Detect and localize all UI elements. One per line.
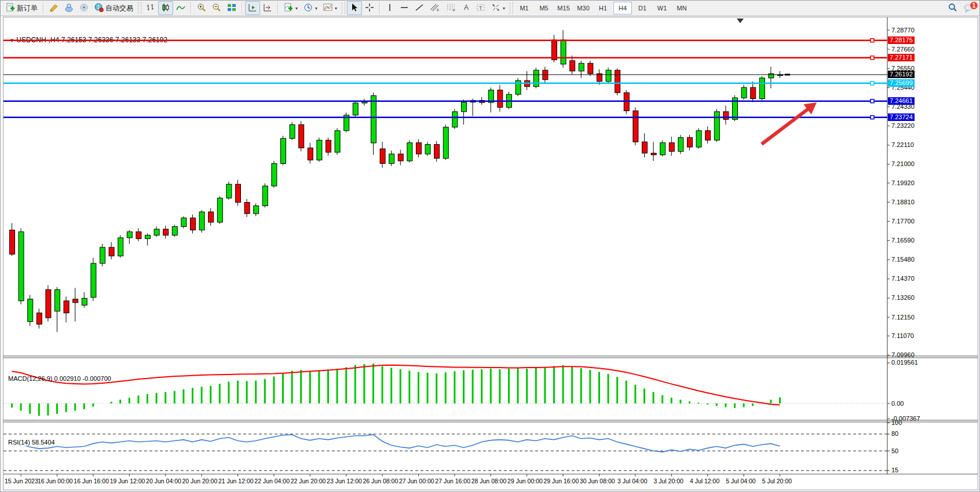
fibonacci-button[interactable]: F [443,1,459,15]
chart-window[interactable]: ▼ USDCNH-,H4 7.26153 7.26336 7.26133 7.2… [3,17,978,490]
template-icon [323,3,332,14]
notifications-button[interactable]: 1 [961,1,977,15]
candle-up [533,70,539,86]
chart-title: ▼ USDCNH-,H4 7.26153 7.26336 7.26133 7.2… [9,36,167,44]
fibonacci-icon: F [446,3,456,14]
search-button[interactable] [945,1,961,15]
price-level-badge: 7.27171 [888,54,915,61]
timeframe-m5[interactable]: M5 [535,2,553,14]
timeframe-m1[interactable]: M1 [515,2,533,14]
rsi-line [12,435,780,452]
timeframe-h1[interactable]: H1 [594,2,612,14]
arrows-caret: ▾ [503,6,505,11]
candle-down [209,212,214,222]
candle-up [172,226,177,235]
arrows-button[interactable]: ▾ [488,1,508,15]
styler-button[interactable] [46,1,61,15]
candle-up [678,138,683,152]
candle-up [100,247,105,263]
vertical-line-button[interactable] [383,1,397,15]
chart-canvas[interactable] [3,17,978,490]
candle-down [380,149,385,163]
candle-down [244,203,250,214]
collapse-triangle-icon[interactable]: ▼ [9,38,14,43]
trend-arrow-head [803,102,817,115]
tile-windows-button[interactable] [224,1,239,15]
timeframe-m15[interactable]: M15 [554,2,573,14]
candle-down [669,143,674,152]
candle-down [36,313,42,324]
candle-down [642,142,648,153]
timeframe-mn[interactable]: MN [672,2,691,14]
channel-button[interactable]: E [427,1,443,15]
price-tick-label: 7.21000 [891,160,915,167]
timeframe-group: M1M5M15M30H1H4D1W1MN [515,2,691,14]
auto-scroll-button[interactable] [245,1,260,15]
text-button[interactable]: A [459,1,473,15]
candle-down [498,90,503,108]
candlestick-chart-button[interactable] [158,1,173,15]
indicators-caret: ▾ [295,6,298,11]
horizontal-line-icon [400,3,409,14]
price-tick-label: 7.17700 [891,218,915,225]
rsi-axis-label: 15 [891,467,898,473]
line-chart-button[interactable] [173,1,188,15]
profile-button[interactable] [61,1,76,15]
new-order-button[interactable]: 新订单 [3,1,41,15]
indicators-icon [284,3,293,14]
timeframe-m30[interactable]: M30 [574,2,593,14]
main-toolbar: 新订单 自动交易 ▾ ▾ ▾ E F A T ▾ [1,1,980,16]
price-tick-label: 7.14370 [891,275,915,282]
macd-axis-label: 0.019561 [891,359,918,366]
price-tick-label: 7.28770 [891,27,915,34]
periods-button[interactable]: ▾ [301,1,320,15]
line-handle [871,82,874,85]
templates-button[interactable]: ▾ [320,1,340,15]
trendline-button[interactable] [412,1,427,15]
cursor-button[interactable] [347,1,362,15]
chart-shift-icon [263,3,272,14]
macd-indicator-label: MACD(12,26,9) 0.002910 -0.000700 [8,375,111,382]
price-tick-label: 7.16590 [891,237,915,244]
bar-chart-button[interactable] [143,1,158,15]
autotrading-button[interactable]: 自动交易 [92,1,136,15]
time-tick-label: 5 Jul 20:00 [762,478,792,484]
candle-up [181,218,187,226]
ohlc-bars-icon [146,3,155,14]
price-level-badge: 7.23724 [888,113,915,121]
search-icon [948,2,958,14]
speaker-icon [79,3,89,14]
candle-down [326,140,331,152]
candle-down [615,70,620,93]
horizontal-line-button[interactable] [397,1,412,15]
price-tick-label: 7.09960 [891,351,915,358]
time-tick-label: 4 Jul 12:00 [690,478,719,484]
text-label-button[interactable]: T [473,1,488,15]
candle-up [488,90,493,102]
price-level-badge: 7.28175 [888,36,915,44]
time-tick-label: 22 Jun 20:00 [291,478,326,484]
rsi-axis-label: 50 [891,447,898,454]
chart-shift-button[interactable] [260,1,275,15]
zoom-in-button[interactable] [194,1,209,15]
price-tick-label: 7.22110 [891,141,914,148]
candle-down [136,232,141,238]
timeframe-h4[interactable]: H4 [613,2,632,14]
macd-axis-label: 0.00 [891,400,904,407]
cursor-arrow-icon [350,3,359,14]
news-button[interactable] [76,1,92,15]
new-order-icon [6,3,15,14]
candle-up [353,103,358,115]
timeframe-w1[interactable]: W1 [653,2,671,14]
candle-up [226,184,232,198]
candle-up [127,232,132,237]
line-handle [871,39,874,42]
candle-down [73,299,78,303]
candle-up [507,94,512,107]
indicators-button[interactable]: ▾ [281,1,301,15]
time-tick-label: 19 Jun 12:00 [110,478,145,484]
zoom-out-button[interactable] [209,1,224,15]
timeframe-d1[interactable]: D1 [633,2,652,14]
price-tick-label: 7.12150 [891,314,915,321]
crosshair-button[interactable] [362,1,377,15]
